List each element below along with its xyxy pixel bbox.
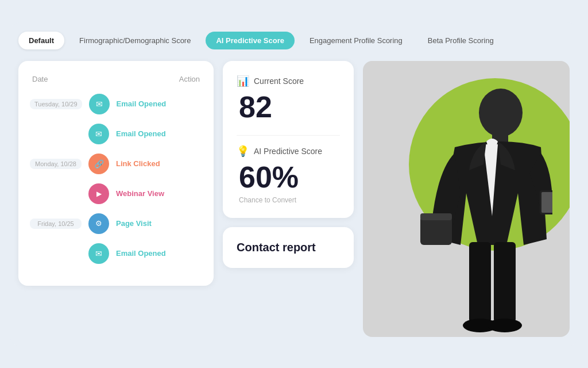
svg-point-0 (479, 89, 523, 137)
webinar-icon: ▶ (88, 183, 109, 204)
activity-row: Friday, 10/25 ⚙ Page Visit (30, 212, 202, 235)
email-icon-3: ✉ (88, 243, 109, 264)
link-icon: 🔗 (88, 154, 109, 174)
score-divider (237, 135, 340, 136)
action-email-3: Email Opened (116, 249, 166, 258)
email-icon-2: ✉ (88, 124, 109, 144)
person-illustration (403, 78, 552, 337)
score-card: 📊 Current Score 82 💡 AI Predictive Score… (223, 61, 354, 218)
activity-row: ▶ Webinar View (30, 182, 202, 205)
col-action-label: Action (179, 75, 200, 83)
pagevisit-icon: ⚙ (88, 213, 109, 234)
activity-row: Monday, 10/28 🔗 Link Clicked (30, 152, 202, 175)
image-panel (363, 61, 570, 337)
tab-engagement[interactable]: Engagement Profile Scoring (299, 32, 413, 49)
tab-firmographic[interactable]: Firmographic/Demographic Score (69, 32, 201, 49)
svg-point-9 (488, 319, 522, 332)
svg-rect-2 (420, 216, 452, 245)
action-pagevisit: Page Visit (116, 219, 152, 228)
main-content: Date Action Tuesday, 10/29 ✉ Email Opene… (18, 61, 570, 337)
activity-header: Date Action (30, 75, 202, 83)
chance-to-convert-label: Chance to Convert (239, 196, 340, 204)
current-score-label: Current Score (254, 76, 304, 86)
svg-rect-7 (494, 242, 516, 323)
current-score-title-row: 📊 Current Score (237, 75, 340, 87)
date-friday: Friday, 10/25 (30, 218, 82, 229)
lightbulb-icon: 💡 (237, 145, 249, 158)
action-email-1: Email Opened (117, 99, 167, 108)
contact-report-card[interactable]: Contact report (223, 227, 354, 268)
ai-predictive-value: 60% (239, 161, 340, 194)
action-webinar: Webinar View (116, 189, 164, 198)
tab-beta[interactable]: Beta Profile Scoring (417, 32, 504, 49)
current-score-section: 📊 Current Score 82 (237, 75, 340, 124)
action-email-2: Email Opened (116, 129, 166, 138)
activity-row: ✉ Email Opened (30, 122, 202, 145)
date-monday: Monday, 10/28 (30, 159, 82, 169)
svg-rect-5 (541, 192, 552, 213)
ai-score-title-row: 💡 AI Predictive Score (237, 145, 340, 158)
svg-rect-6 (469, 242, 491, 323)
email-icon-1: ✉ (89, 94, 110, 114)
date-tuesday: Tuesday, 10/29 (30, 99, 82, 109)
bar-chart-icon: 📊 (237, 75, 249, 87)
tab-default[interactable]: Default (18, 32, 64, 49)
activity-row: ✉ Email Opened (30, 242, 202, 265)
svg-rect-3 (420, 213, 452, 220)
ai-predictive-label: AI Predictive Score (254, 147, 322, 156)
tab-bar: Default Firmographic/Demographic Score A… (18, 32, 570, 49)
tab-ai-predictive[interactable]: AI Predictive Score (206, 32, 295, 49)
center-panel: 📊 Current Score 82 💡 AI Predictive Score… (223, 61, 354, 268)
activity-panel: Date Action Tuesday, 10/29 ✉ Email Opene… (18, 61, 214, 286)
current-score-value: 82 (239, 91, 340, 124)
col-date-label: Date (32, 75, 48, 83)
activity-row: Tuesday, 10/29 ✉ Email Opened (30, 93, 202, 116)
predictive-section: 💡 AI Predictive Score 60% Chance to Conv… (237, 145, 340, 204)
action-link: Link Clicked (116, 159, 160, 168)
contact-report-title: Contact report (237, 241, 316, 254)
outer-container: Default Firmographic/Demographic Score A… (9, 22, 579, 346)
